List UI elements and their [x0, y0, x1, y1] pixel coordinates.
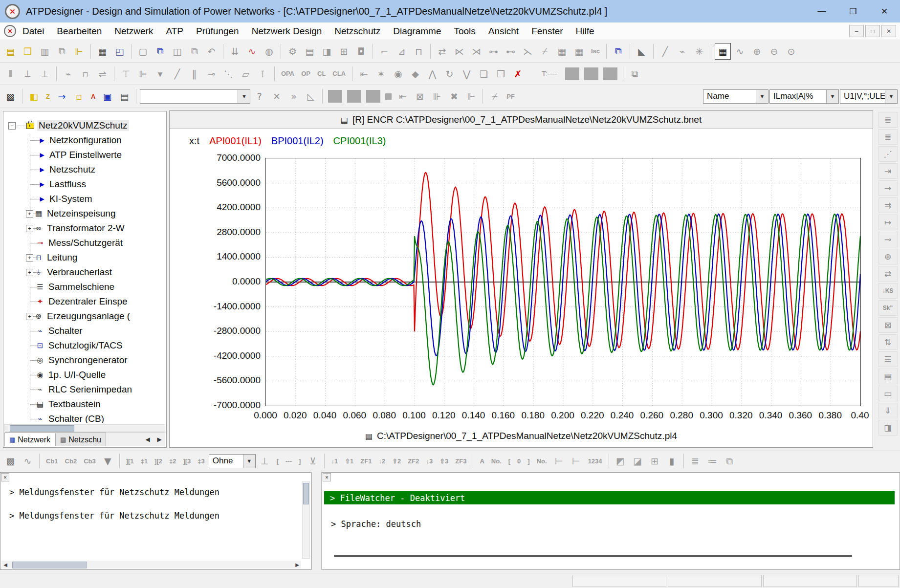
breaker-mode-combo[interactable]: Ohne▼	[209, 454, 256, 468]
close-panel-button[interactable]: ✕	[1, 473, 9, 481]
connect-curve-button[interactable]: ⊸	[878, 232, 898, 247]
mdi-restore-button[interactable]: □	[865, 25, 880, 37]
snapshot-button[interactable]: ◨	[319, 43, 335, 60]
zf2-button[interactable]: ZF2	[405, 453, 422, 469]
delete-node-button[interactable]: ✖	[446, 88, 462, 105]
3-button[interactable]: ↓3	[423, 453, 436, 469]
align-left-panel-button[interactable]: ◩	[613, 453, 629, 469]
menu-netzschutz[interactable]: Netzschutz	[328, 26, 387, 37]
menu-atp[interactable]: ATP	[159, 26, 190, 37]
save-copy-button[interactable]: ⧉	[54, 43, 70, 60]
3-button[interactable]: ‡3	[195, 453, 207, 469]
tree-item-dezentraler-einspe[interactable]: ✦Dezentraler Einspe	[4, 294, 165, 309]
zoom-in-button[interactable]: ⊕	[749, 43, 765, 60]
menu-netzwerk[interactable]: Netzwerk	[108, 26, 159, 37]
1-button[interactable]: ⇧1	[342, 453, 356, 469]
tree-item-textbaustein[interactable]: ▤Textbaustein	[4, 397, 165, 412]
cb3-button[interactable]: Cb3	[81, 453, 99, 469]
menu-hilfe[interactable]: Hilfe	[570, 26, 601, 37]
draw-line-button[interactable]: ╱	[657, 43, 673, 60]
menu-lines-button[interactable]: ☰	[878, 351, 898, 367]
tree-item-1p-u-i-quelle[interactable]: ◉1p. U/I-Quelle	[4, 368, 165, 382]
cb1-button[interactable]: Cb1	[43, 453, 61, 469]
component-filter-combo-arrow[interactable]: ▼	[238, 90, 250, 103]
tools-hammer-button[interactable]: ⚙	[285, 43, 301, 60]
menu-fenster[interactable]: Fenster	[525, 26, 569, 37]
curve-preview-button[interactable]: ∿	[732, 43, 748, 60]
menu-ansicht[interactable]: Ansicht	[482, 26, 525, 37]
select-mode-button[interactable]: ◣	[634, 43, 650, 60]
copy-results-button[interactable]: ⧉	[610, 43, 626, 60]
new-file-button[interactable]: ▤	[2, 43, 19, 60]
tree-item-synchrongenerator[interactable]: ◎Synchrongenerator	[4, 353, 165, 368]
tree-expander[interactable]: +	[26, 210, 33, 218]
2-button[interactable]: ][2	[152, 453, 165, 469]
delete-red-button[interactable]: ✗	[510, 65, 526, 82]
tree-item-netzkonfiguration[interactable]: ▶Netzkonfiguration	[4, 133, 165, 148]
panel-slot-1[interactable]	[565, 67, 579, 80]
menu-bearbeiten[interactable]: Bearbeiten	[50, 26, 108, 37]
waveform-plot[interactable]	[265, 158, 861, 406]
maximize-button[interactable]: ❒	[837, 0, 869, 22]
close-panel-button[interactable]: ✕	[323, 473, 331, 481]
tree-root-expander[interactable]: −	[8, 122, 16, 130]
print-button[interactable]: ▦	[94, 43, 110, 60]
tree-item-netzschutz[interactable]: ▶Netzschutz	[4, 162, 165, 177]
grid-toggle-button[interactable]: ▦	[715, 43, 731, 60]
curve-list-2-button[interactable]: ≣	[878, 129, 898, 145]
connect-left-button[interactable]: ⌐	[376, 43, 393, 60]
monitor-button[interactable]: ◘	[353, 43, 369, 60]
swap-direction-button[interactable]: ⇄	[434, 43, 450, 60]
tree-item-transformator-2-w[interactable]: +∞Transformator 2-W	[4, 221, 165, 236]
no-curve-button[interactable]: ⌿	[537, 43, 553, 60]
tree-expander[interactable]: +	[26, 313, 33, 320]
zf3-button[interactable]: ZF3	[452, 453, 469, 469]
panel-slot-3[interactable]	[603, 67, 617, 80]
delete-element-button[interactable]: ✕	[268, 88, 285, 105]
close-box-button[interactable]: ⊠	[878, 317, 898, 333]
mirror-vertical-button[interactable]: ⋀	[424, 65, 440, 82]
swap-frame-button[interactable]: ⇌	[94, 65, 110, 82]
item-button[interactable]: ]	[525, 453, 532, 469]
voltage-unit-combo-arrow[interactable]: ▼	[885, 90, 897, 103]
mdi-close-button[interactable]: ✕	[881, 25, 896, 37]
dotted-region-button[interactable]: ▫	[71, 88, 87, 105]
tree-item-erzeugungsanlage[interactable]: +⊚Erzeugungsanlage (	[4, 309, 165, 324]
tree-root-label[interactable]: Netz20kVUMZSchutz	[37, 120, 129, 131]
print-preview-button[interactable]: ◰	[111, 43, 128, 60]
mdi-minimize-button[interactable]: –	[849, 25, 864, 37]
component-filter-combo[interactable]: ▼	[140, 89, 250, 104]
1-button[interactable]: ↓1	[328, 453, 341, 469]
draw-dashed-line-button[interactable]: ⌁	[674, 43, 690, 60]
context-help-button[interactable]: ?	[251, 88, 267, 105]
page-down-button[interactable]: ⇓	[878, 403, 898, 418]
message-horizontal-scrollbar[interactable]: ◀ ▶	[1, 561, 301, 568]
tab-netzwerk[interactable]: ▦Netzwerk	[4, 433, 55, 446]
list-export-button[interactable]: ≣	[687, 453, 703, 469]
curve-window-button[interactable]: ◍	[261, 43, 277, 60]
layer-back-button[interactable]: ❐	[493, 65, 509, 82]
minimize-button[interactable]: —	[806, 0, 837, 22]
link-nodes-button[interactable]: ⊸	[203, 65, 220, 82]
2-button[interactable]: ⇧2	[389, 453, 404, 469]
dashed-frame-button[interactable]: ▫	[77, 65, 93, 82]
curve-list-1-button[interactable]: ≣	[878, 112, 898, 128]
rotate-right-button[interactable]: ⋊	[468, 43, 484, 60]
0-button[interactable]: 0	[514, 453, 524, 469]
item-button[interactable]: [	[274, 453, 282, 469]
result-slot-2[interactable]	[347, 90, 361, 103]
scroll-right-arrow[interactable]: ▶	[293, 562, 301, 567]
attach-node-button[interactable]: ⊶	[485, 43, 502, 60]
filter-results-button[interactable]: ◺	[303, 88, 319, 105]
ground-probe-button[interactable]: ⊥	[257, 453, 273, 469]
table-pq-button[interactable]: ▦	[571, 43, 587, 60]
message-panel-splitter[interactable]	[311, 472, 322, 570]
expand-node-button[interactable]: ⊪	[429, 88, 445, 105]
zf1-button[interactable]: ZF1	[357, 453, 374, 469]
console-hscroll-thumb[interactable]	[334, 555, 852, 557]
length-end-button[interactable]: ⊢	[568, 453, 584, 469]
3-button[interactable]: ⇧3	[437, 453, 451, 469]
panel-right-button[interactable]: ◨	[878, 420, 898, 436]
step-right-button[interactable]: →	[878, 180, 898, 196]
tree-item-leitung[interactable]: +⊓Leitung	[4, 250, 165, 265]
